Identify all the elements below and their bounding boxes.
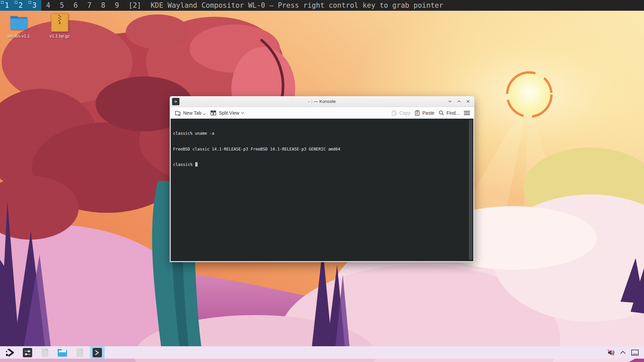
archive-icon	[50, 12, 69, 33]
copy-button: Copy	[389, 108, 413, 118]
settings-task-button[interactable]	[20, 346, 35, 359]
tag-4[interactable]: 4	[41, 0, 55, 11]
document-icon	[41, 348, 49, 357]
tag-label: 8	[101, 1, 105, 9]
minimize-button[interactable]	[447, 99, 452, 104]
find-label: Find...	[446, 110, 460, 116]
tag-label: 6	[73, 1, 78, 9]
tag-5[interactable]: 5	[55, 0, 69, 11]
document-task-button[interactable]	[38, 346, 52, 359]
show-desktop-icon[interactable]	[631, 348, 639, 357]
system-tray	[606, 348, 644, 357]
hamburger-icon	[464, 111, 470, 115]
new-tab-icon	[174, 110, 181, 116]
chevron-down-icon	[203, 110, 206, 116]
tag-8[interactable]: 8	[96, 0, 110, 11]
tag-label: 4	[46, 1, 50, 9]
split-view-icon	[210, 110, 217, 116]
terminal-prompt-line: classic%	[173, 162, 467, 168]
close-button[interactable]	[466, 99, 470, 104]
app-launcher-button[interactable]	[3, 346, 17, 359]
chevron-down-icon	[240, 111, 245, 115]
audio-muted-icon[interactable]	[606, 348, 615, 357]
file-manager-task-button[interactable]	[55, 346, 70, 359]
desktop-icon-tarball[interactable]: v1.1.tar.gz	[43, 12, 76, 39]
split-view-button[interactable]: Split View	[208, 108, 247, 118]
konsole-toolbar: New Tab Split View Copy	[170, 107, 474, 119]
new-tab-button[interactable]: New Tab	[172, 108, 208, 118]
split-view-label: Split View	[219, 110, 239, 116]
tag-1[interactable]: 1	[0, 0, 14, 11]
paste-label: Paste	[422, 110, 434, 116]
tag-2[interactable]: 2	[14, 0, 28, 11]
desktop-icon-wlrobs[interactable]: wlrobs-v1.1	[2, 12, 36, 39]
expand-tray-icon[interactable]	[619, 348, 627, 357]
window-titlebar[interactable]: > - : — Konsole	[170, 96, 474, 107]
layout-symbol: [2]	[125, 0, 145, 11]
terminal-cursor	[195, 162, 198, 167]
status-bar: 1 2 3 4 5 6 7 8 9 [2] KDE Wayland Compos…	[0, 0, 644, 11]
settings-icon	[23, 348, 32, 357]
konsole-window: > - : — Konsole New Tab	[170, 96, 474, 262]
tag-9[interactable]: 9	[110, 0, 124, 11]
tag-7[interactable]: 7	[83, 0, 96, 11]
terminal-prompt: classic%	[173, 162, 195, 167]
tag-6[interactable]: 6	[69, 0, 83, 11]
copy-icon	[391, 110, 397, 116]
tag-label: 2	[18, 1, 23, 9]
desktop: 1 2 3 4 5 6 7 8 9 [2] KDE Wayland Compos…	[0, 0, 644, 362]
desktop-icon-area: wlrobs-v1.1 v1.1.tar.gz	[2, 12, 76, 39]
terminal-area[interactable]: classic% uname -a FreeBSD classic 14.1-R…	[170, 119, 474, 262]
new-tab-label: New Tab	[183, 110, 201, 116]
desktop-icon-label: v1.1.tar.gz	[50, 34, 70, 39]
terminal-output: classic% uname -a FreeBSD classic 14.1-R…	[173, 121, 467, 178]
desktop-icon-label: wlrobs-v1.1	[8, 34, 30, 39]
app-launcher-icon	[5, 348, 15, 357]
bar-window-title: KDE Wayland Compositor WL-0 — Press righ…	[151, 0, 443, 11]
paste-button[interactable]: Paste	[412, 108, 436, 118]
folder-icon	[9, 12, 28, 33]
tag-label: 7	[87, 1, 92, 9]
tag-label: 1	[5, 1, 9, 9]
menu-button[interactable]	[462, 111, 474, 115]
konsole-task-icon	[92, 348, 102, 358]
tag-label: 3	[32, 1, 37, 9]
tag-3[interactable]: 3	[28, 0, 41, 11]
taskbar	[0, 346, 644, 359]
terminal-scrollbar[interactable]	[469, 120, 472, 260]
konsole-task-button[interactable]	[90, 346, 105, 359]
copy-label: Copy	[399, 110, 411, 116]
find-button[interactable]: Find...	[436, 108, 462, 118]
document-task-button-2[interactable]	[72, 346, 87, 359]
file-manager-icon	[57, 348, 67, 357]
tag-label: 5	[60, 1, 64, 9]
search-icon	[438, 110, 444, 116]
terminal-line: FreeBSD classic 14.1-RELEASE-p3 FreeBSD …	[173, 147, 467, 152]
paste-icon	[414, 110, 420, 116]
document-icon-2	[76, 348, 84, 357]
window-title: - : — Konsole	[170, 99, 474, 104]
terminal-line: classic% uname -a	[173, 131, 467, 136]
tag-label: 9	[115, 1, 119, 9]
maximize-button[interactable]	[457, 99, 461, 104]
